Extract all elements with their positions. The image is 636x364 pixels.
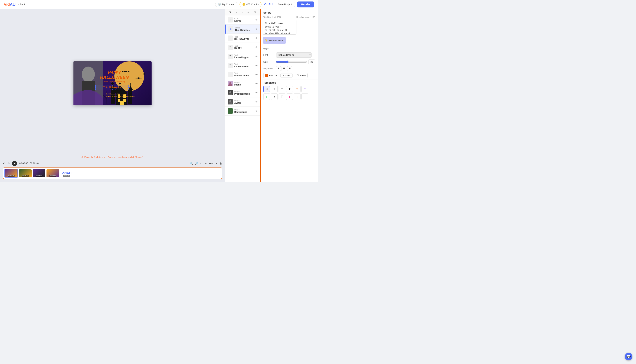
redo-button[interactable]: ↷ (8, 162, 10, 165)
svg-point-52 (229, 82, 231, 84)
delete-layer-button[interactable]: 🗑 (254, 11, 256, 14)
template-4[interactable]: T (294, 86, 300, 92)
layer-script[interactable]: ≡ Script This Hallowe... 👁 (226, 24, 260, 34)
time-separator: / (29, 162, 30, 165)
align-left-button[interactable]: ☰ (276, 66, 281, 71)
template-9[interactable]: T (286, 93, 293, 100)
templates-section: Templates ∅ T T T T T T T T T T T (261, 80, 318, 102)
save-project-button[interactable]: Save Project (275, 2, 295, 7)
layer-text-happy-eye[interactable]: 👁 (255, 46, 258, 49)
clip-4[interactable]: 00:02.64 (46, 169, 59, 177)
layer-background[interactable]: Image Background 👁 (226, 106, 260, 116)
align-center-button[interactable]: ☰ (282, 66, 286, 71)
svg-rect-18 (123, 99, 126, 102)
layer-image-eye[interactable]: 👁 (255, 82, 258, 85)
stroke-button[interactable]: Stroke (294, 73, 308, 78)
layer-bgm-label: BGM horror (234, 18, 254, 22)
trim-button[interactable]: ⊢⊣ (209, 162, 214, 165)
layer-text-happy-icon: T (228, 44, 233, 50)
size-row: Size 35 (263, 60, 315, 64)
move-up-button[interactable]: ↑ (236, 11, 237, 14)
video-canvas[interactable]: HAPPY HALLOWEEN I'm waiting for you for … (74, 61, 152, 105)
script-textarea[interactable]: This Halloween, elevate your celebration… (262, 20, 296, 34)
copy-layer-button[interactable]: ◥ (229, 11, 231, 14)
size-slider[interactable] (276, 60, 307, 64)
svg-rect-53 (228, 84, 232, 86)
text-properties-section: Text Font Roboto Regular Arial Georgia ▼… (261, 46, 318, 80)
template-grid: ∅ T T T T T T T T T T T (263, 86, 315, 100)
clip-1[interactable]: 00:03.76 (4, 169, 18, 178)
layer-text-dreams-eye[interactable]: 👁 (255, 73, 258, 76)
current-time: 00:00.00 (19, 162, 28, 165)
layer-bgm[interactable]: ♪ BGM horror 👁 (226, 16, 260, 24)
layer-text-dreams-label: Text dreams be fill... (234, 72, 254, 77)
move-down-button[interactable]: ↓ (242, 11, 243, 14)
font-row: Font Roboto Regular Arial Georgia ▼ (263, 52, 315, 58)
layer-product-image-eye[interactable]: 👁 (255, 92, 258, 94)
total-limit-label: Total text limit: 1500 (263, 16, 281, 18)
bg-color-button[interactable]: BG color (280, 73, 292, 78)
layer-product-image[interactable]: Image Product Image 👁 (226, 88, 260, 98)
clip-2-time: 00:05.62 (22, 175, 29, 177)
layer-product-image-label: Image Product Image (234, 90, 254, 95)
layer-text-halloween-eye[interactable]: 👁 (255, 37, 258, 40)
waveform-button[interactable]: ≋ (204, 162, 207, 165)
zoom-in-button[interactable]: 🔎 (195, 162, 198, 165)
layer-image[interactable]: Image Image 👁 (226, 79, 260, 88)
template-3[interactable]: T (286, 86, 293, 92)
canvas-container: HAPPY HALLOWEEN I'm waiting for you for … (3, 12, 222, 155)
clip-3[interactable]: 00:05.38 (33, 169, 46, 177)
layer-text-waiting-eye[interactable]: 👁 (255, 55, 258, 58)
layer-text-onhalloween-eye[interactable]: 👁 (255, 64, 258, 67)
layer-text-waiting[interactable]: T Text I'm waiting fo... 👁 (226, 52, 260, 61)
clip-2[interactable]: 00:05.62 (19, 169, 32, 177)
credits-button[interactable]: 🪙 465 Credits (240, 2, 262, 7)
template-8[interactable]: T (278, 93, 285, 100)
layer-bgm-eye[interactable]: 👁 (255, 18, 258, 22)
play-icon: ▶ (14, 162, 16, 165)
layer-avatar-eye[interactable]: 👁 (255, 100, 258, 103)
layer-script-eye[interactable]: 👁 (255, 28, 258, 30)
fill-color-button[interactable]: Fill Color (263, 73, 279, 78)
layer-text-halloween[interactable]: T Text HALLOWEEN 👁 (226, 34, 260, 43)
template-7[interactable]: T (271, 93, 278, 100)
residual-label: Residual input: 1196 (296, 16, 315, 18)
layer-text-waiting-icon: T (228, 54, 233, 59)
back-button[interactable]: ‹ Back (18, 3, 25, 6)
layer-background-eye[interactable]: 👁 (255, 110, 258, 112)
font-select[interactable]: Roboto Regular Arial Georgia (276, 52, 312, 58)
back-chevron-icon: ‹ (18, 3, 19, 6)
split-button[interactable]: ⧉ (200, 162, 202, 165)
template-10[interactable]: T (294, 93, 300, 100)
layer-text-happy[interactable]: T Text HAPPY 👁 (226, 43, 260, 52)
template-6[interactable]: T (263, 93, 270, 100)
svg-rect-56 (228, 94, 232, 95)
my-content-button[interactable]: 🕐 My Content (215, 2, 237, 7)
layer-text-dreams[interactable]: T Text dreams be fill... 👁 (226, 70, 260, 79)
layer-avatar[interactable]: Image Avatar 👁 (226, 98, 260, 106)
svg-rect-7 (128, 90, 132, 104)
size-value: 35 (308, 60, 315, 64)
template-1[interactable]: T (271, 86, 278, 92)
header-left: VidAU ‹ Back (4, 2, 25, 7)
warning-text: It's not the final video yet. To get acc… (84, 156, 144, 158)
zoom-out-button[interactable]: 🔍 (190, 162, 193, 165)
layer-text-onhalloween[interactable]: T Text On Halloween... 👁 (226, 61, 260, 70)
clip-vidau[interactable]: VidAU 00:02.00 (60, 169, 73, 177)
svg-point-29 (140, 78, 142, 78)
svg-point-55 (229, 91, 231, 93)
template-5[interactable]: T (302, 86, 308, 92)
play-button[interactable]: ▶ (12, 161, 17, 166)
undo-button[interactable]: ↶ (3, 162, 5, 165)
align-right-button[interactable]: ☰ (287, 66, 292, 71)
add-layer-button[interactable]: + (248, 11, 249, 14)
render-audio-button[interactable]: ✨ Render Audio (262, 37, 286, 44)
svg-point-30 (143, 74, 145, 74)
render-button[interactable]: Render (297, 2, 314, 8)
layer-script-label: Script This Hallowe... (235, 27, 254, 32)
delete-clip-button[interactable]: 🗑 (220, 162, 222, 165)
template-none[interactable]: ∅ (263, 86, 270, 92)
add-clip-button[interactable]: + (216, 162, 217, 165)
template-2[interactable]: T (278, 86, 285, 92)
template-11[interactable]: T (302, 93, 308, 100)
